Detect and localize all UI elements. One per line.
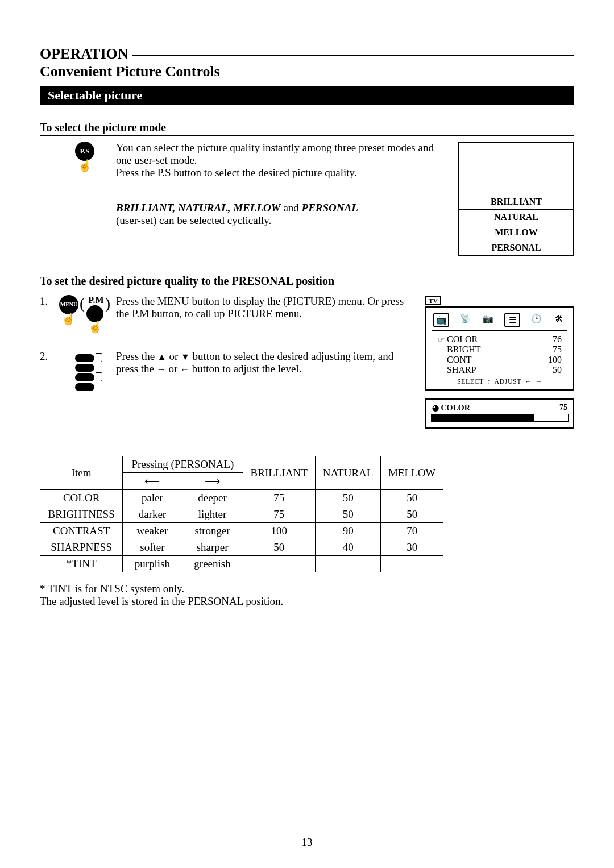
table-cell: lighter (182, 506, 243, 523)
table-cell: deeper (182, 490, 243, 506)
table-cell: stronger (182, 523, 243, 539)
table-row: CONTRASTweakerstronger1009070 (40, 523, 443, 539)
th-natural: NATURAL (315, 456, 380, 490)
list-icon: ☰ (504, 313, 520, 327)
table-cell: 75 (243, 490, 315, 506)
hand-icon: ☝ (59, 312, 78, 326)
table-cell: 50 (315, 490, 380, 506)
select-mode-p1: You can select the picture quality insta… (116, 142, 434, 166)
tools-icon: 🛠 (553, 313, 566, 325)
pm-label: P.M (88, 295, 103, 305)
table-cell: 50 (381, 506, 443, 523)
table-cell: paler (123, 490, 182, 506)
osd-item-value: 50 (553, 365, 562, 375)
tv-screen-osd: TV 📺 📡 📷 ☰ 🕒 🛠 ☞COLOR76 BRIGHT75 CONT100… (425, 295, 574, 429)
menu-pm-button-icon: MENU ☝ ( P.M ☝ ) (53, 295, 116, 334)
pointer-icon: ☞ (438, 335, 447, 344)
table-cell (315, 556, 380, 572)
left-arrow-icon: ← (180, 364, 189, 374)
table-row: *TINTpurplishgreenish (40, 556, 443, 572)
table-row: COLORpalerdeeper755050 (40, 490, 443, 506)
step2-text-e: button to adjust the level. (189, 363, 301, 375)
table-cell: darker (123, 506, 182, 523)
tv-badge: TV (425, 296, 441, 305)
table-cell: 75 (243, 506, 315, 523)
right-arrow-icon: ⟶ (205, 475, 220, 487)
camera-icon: 📷 (482, 313, 495, 325)
modes-line2: (user-set) can be selected cyclically. (116, 214, 271, 226)
table-cell: 70 (381, 523, 443, 539)
ps-button-icon: P.S ☝ (53, 142, 116, 172)
menu-button-glyph: MENU (59, 295, 78, 314)
tv-screen-modes: BRILLIANT NATURAL MELLOW PERSONAL (458, 142, 574, 256)
osd-item-label: BRIGHT (447, 344, 481, 354)
table-row: BRIGHTNESSdarkerlighter755050 (40, 506, 443, 523)
up-arrow-icon: ▲ (157, 352, 167, 362)
table-cell: 50 (315, 506, 380, 523)
table-cell: softer (123, 539, 182, 556)
table-cell: 100 (243, 523, 315, 539)
modes-personal: PERSONAL (302, 202, 358, 214)
th-mellow: MELLOW (381, 456, 443, 490)
page-subtitle: Convenient Picture Controls (40, 63, 574, 80)
table-cell: COLOR (40, 490, 123, 506)
osd-icon-strip: 📺 📡 📷 ☰ 🕒 🛠 (432, 313, 567, 331)
tv-icon: 📺 (433, 313, 449, 327)
settings-table: Item Pressing (PERSONAL) BRILLIANT NATUR… (40, 456, 443, 572)
paren-icon: ( (80, 295, 85, 312)
osd-item-label: COLOR (447, 334, 478, 344)
osd-select-label: SELECT (457, 377, 484, 386)
th-brilliant: BRILLIANT (243, 456, 315, 490)
table-cell: BRIGHTNESS (40, 506, 123, 523)
select-mode-p2: Press the P.S button to select the desir… (116, 167, 357, 178)
osd-adjust-label: ADJUST (494, 377, 521, 386)
th-pressing: Pressing (PERSONAL) (123, 456, 243, 473)
table-cell: 50 (381, 490, 443, 506)
paren-icon: ) (105, 295, 110, 312)
table-cell (243, 556, 315, 572)
step2-text-b: or (167, 350, 181, 362)
down-arrow-icon: ▼ (181, 352, 190, 362)
step1-text: Press the MENU button to display the (PI… (116, 295, 404, 319)
right-arrow-icon: → (536, 377, 543, 386)
tv-mode-item: BRILLIANT (459, 194, 573, 209)
bar-value: 75 (559, 403, 567, 413)
osd-item-value: 76 (553, 334, 562, 344)
table-cell: SHARPNESS (40, 539, 123, 556)
footnote-stored: The adjusted level is stored in the PERS… (40, 595, 574, 608)
tv-mode-item: MELLOW (459, 225, 573, 240)
right-arrow-icon: → (157, 364, 166, 374)
table-cell: purplish (123, 556, 182, 572)
page-number: 13 (0, 836, 614, 849)
table-cell (381, 556, 443, 572)
step-number: 1. (40, 295, 53, 308)
table-cell: 90 (315, 523, 380, 539)
antenna-icon: 📡 (458, 313, 472, 325)
osd-item-value: 100 (548, 355, 562, 365)
table-cell: 50 (243, 539, 315, 556)
table-cell: weaker (123, 523, 182, 539)
feature-banner: Selectable picture (40, 86, 574, 105)
table-cell: sharper (182, 539, 243, 556)
hand-icon: ☝ (75, 159, 94, 172)
step2-text-a: Press the (116, 350, 157, 362)
hand-icon: ☝ (86, 320, 103, 334)
table-cell: CONTRAST (40, 523, 123, 539)
section-heading: OPERATION (40, 45, 132, 63)
osd-item-label: CONT (447, 355, 472, 364)
select-mode-heading: To select the picture mode (40, 121, 574, 136)
left-arrow-icon: ⟵ (144, 475, 160, 487)
table-cell: 30 (381, 539, 443, 556)
cursor-buttons-icon (53, 350, 116, 393)
updown-arrows-icon: ↕ (487, 377, 491, 386)
bar-label: COLOR (441, 404, 470, 412)
tv-mode-item: PERSONAL (459, 240, 573, 255)
step2-text-d: or (166, 363, 180, 375)
tv-mode-item: NATURAL (459, 209, 573, 225)
osd-bar-box: ◕ COLOR 75 (425, 398, 574, 429)
clock-icon: 🕒 (530, 313, 544, 325)
th-right-arrow: ⟶ (182, 473, 243, 490)
table-row: SHARPNESSsoftersharper504030 (40, 539, 443, 556)
modes-tail: and (281, 202, 302, 214)
globe-icon: ◕ (432, 404, 439, 412)
